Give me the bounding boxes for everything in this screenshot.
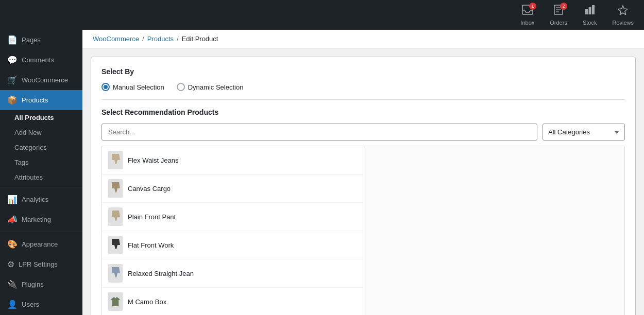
product-name: Flex Waist Jeans (128, 156, 179, 164)
product-thumbnail (108, 236, 123, 254)
search-row: All Categories Pants Shirts T-Shirts Jea… (101, 124, 625, 141)
list-item[interactable]: Canvas Cargo (102, 174, 363, 203)
stock-nav[interactable]: Stock (583, 5, 597, 26)
svg-rect-7 (592, 5, 595, 14)
appearance-icon: 🎨 (7, 239, 18, 249)
sidebar-label-lpr: LPR Settings (19, 260, 58, 268)
sidebar-label-woo: WooCommerce (22, 76, 68, 84)
breadcrumb-products[interactable]: Products (147, 35, 174, 43)
list-item[interactable]: Flex Waist Jeans (102, 146, 363, 174)
product-name: Flat Front Work (128, 241, 174, 249)
sidebar-item-comments[interactable]: 💬 Comments (0, 50, 82, 70)
sidebar-item-woocommerce[interactable]: 🛒 WooCommerce (0, 70, 82, 90)
sidebar-sub-categories[interactable]: Categories (0, 140, 82, 155)
manual-selection-radio[interactable] (101, 83, 110, 91)
sidebar-label-marketing: Marketing (22, 216, 51, 223)
orders-label: Orders (550, 20, 567, 26)
sidebar-item-lpr[interactable]: ⚙ LPR Settings (0, 254, 82, 274)
sidebar-label-plugins: Plugins (22, 281, 44, 288)
sidebar-item-products[interactable]: 📦 Products (0, 90, 82, 110)
orders-badge: 2 (560, 3, 567, 10)
sidebar-sub-add-new[interactable]: Add New (0, 125, 82, 140)
inbox-badge: 1 (529, 3, 536, 10)
inbox-label: Inbox (520, 20, 534, 26)
manual-selection-label: Manual Selection (113, 83, 164, 91)
inbox-icon: 1 (522, 5, 533, 18)
lpr-icon: ⚙ (7, 259, 14, 269)
categories-label: Categories (14, 144, 47, 151)
users-icon: 👤 (7, 300, 18, 309)
manual-selection-option[interactable]: Manual Selection (101, 83, 164, 91)
products-icon: 📦 (7, 95, 18, 105)
svg-rect-6 (588, 7, 591, 14)
section-title: Select Recommendation Products (101, 108, 625, 116)
sidebar-sub-all-products[interactable]: All Products (0, 110, 82, 125)
product-name: Relaxed Straight Jean (128, 270, 194, 277)
breadcrumb-sep-2: / (177, 35, 179, 43)
stock-icon (584, 5, 596, 18)
attributes-label: Attributes (14, 173, 43, 181)
plugins-icon: 🔌 (7, 279, 18, 289)
sidebar-label-analytics: Analytics (22, 196, 48, 203)
all-products-label: All Products (14, 114, 54, 121)
dynamic-selection-label: Dynamic Selection (188, 83, 244, 91)
product-thumbnail (108, 292, 123, 311)
panel-divider (101, 99, 625, 100)
stock-label: Stock (583, 20, 597, 26)
sidebar-item-marketing[interactable]: 📣 Marketing (0, 209, 82, 230)
select-by-label: Select By (101, 67, 625, 76)
woo-icon: 🛒 (7, 75, 18, 85)
sidebar-divider-2 (0, 232, 82, 232)
sidebar-label-appearance: Appearance (22, 240, 58, 248)
product-name: Canvas Cargo (128, 185, 171, 192)
add-new-label: Add New (14, 129, 42, 136)
reviews-nav[interactable]: Reviews (612, 5, 634, 26)
orders-nav[interactable]: 2 Orders (550, 5, 567, 26)
radio-group: Manual Selection Dynamic Selection (101, 83, 625, 91)
list-item[interactable]: Relaxed Straight Jean (102, 259, 363, 288)
list-item[interactable]: M Camo Box (102, 288, 363, 315)
svg-rect-5 (585, 9, 588, 14)
sidebar-item-users[interactable]: 👤 Users (0, 294, 82, 314)
product-list: Flex Waist JeansCanvas CargoPlain Front … (102, 146, 363, 315)
dynamic-selection-option[interactable]: Dynamic Selection (177, 83, 244, 91)
search-input[interactable] (101, 124, 537, 141)
inbox-nav[interactable]: 1 Inbox (520, 5, 534, 26)
product-name: M Camo Box (128, 298, 166, 306)
svg-marker-8 (618, 6, 628, 15)
product-thumbnail (108, 179, 123, 198)
product-thumbnail (108, 151, 123, 169)
sidebar-item-pages[interactable]: 📄 Pages (0, 30, 82, 50)
sidebar-label-products: Products (22, 96, 48, 104)
product-name: Plain Front Pant (128, 213, 176, 221)
sidebar-divider-1 (0, 187, 82, 187)
reviews-label: Reviews (612, 20, 634, 26)
product-thumbnail (108, 207, 123, 226)
sidebar-sub-tags[interactable]: Tags (0, 155, 82, 170)
sidebar-item-appearance[interactable]: 🎨 Appearance (0, 234, 82, 254)
list-item[interactable]: Plain Front Pant (102, 203, 363, 231)
sidebar-label-comments: Comments (22, 56, 54, 64)
dynamic-selection-radio[interactable] (177, 83, 185, 91)
product-thumbnail (108, 264, 123, 283)
sidebar-sub-attributes[interactable]: Attributes (0, 170, 82, 185)
breadcrumb-sep-1: / (142, 35, 144, 43)
category-select[interactable]: All Categories Pants Shirts T-Shirts Jea… (543, 124, 625, 141)
breadcrumb-current: Edit Product (182, 35, 218, 43)
main-panel: Select By Manual Selection Dynamic Selec… (91, 57, 636, 315)
sidebar-label-pages: Pages (22, 36, 41, 44)
analytics-icon: 📊 (7, 195, 18, 204)
top-bar: 1 Inbox 2 Orders Stock (0, 0, 644, 30)
products-container: Flex Waist JeansCanvas CargoPlain Front … (101, 146, 625, 315)
sidebar-item-plugins[interactable]: 🔌 Plugins (0, 274, 82, 294)
main-content: WooCommerce / Products / Edit Product Se… (82, 30, 644, 315)
reviews-icon (617, 5, 629, 18)
selected-products-panel (363, 146, 624, 315)
pages-icon: 📄 (7, 35, 18, 45)
tags-label: Tags (14, 159, 28, 166)
list-item[interactable]: Flat Front Work (102, 231, 363, 259)
comments-icon: 💬 (7, 55, 18, 65)
breadcrumb: WooCommerce / Products / Edit Product (82, 30, 644, 48)
breadcrumb-woocommerce[interactable]: WooCommerce (93, 35, 139, 43)
sidebar-item-analytics[interactable]: 📊 Analytics (0, 189, 82, 209)
